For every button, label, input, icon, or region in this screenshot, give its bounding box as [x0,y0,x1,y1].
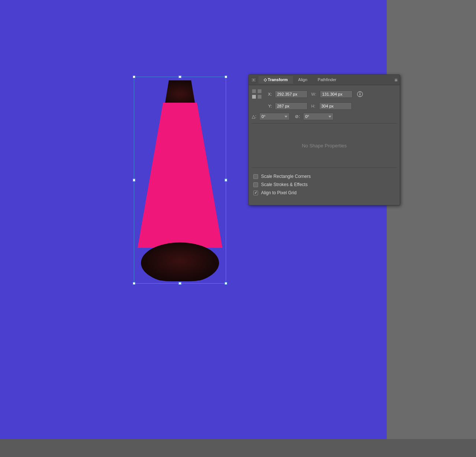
y-input[interactable] [275,102,308,110]
panel-close-button[interactable]: × [251,77,256,83]
tab-pathfinder[interactable]: Pathfinder [312,76,341,84]
checkbox-section: Scale Rectangle Corners Scale Strokes & … [252,171,397,201]
handle-bottom-center[interactable] [179,282,181,285]
svg-point-1 [359,93,361,95]
ref-cell-4 [257,95,262,99]
w-input[interactable] [320,90,353,98]
panel-body: X: W: Y: H: △: [249,85,400,205]
handle-bottom-left[interactable] [133,282,135,285]
h-label: H: [311,104,315,108]
align-pixel-grid-row: ✓ Align to Pixel Grid [253,190,395,195]
checkmark-icon: ✓ [254,191,257,195]
no-shape-text: No Shape Properties [302,143,347,148]
y-label: Y: [266,104,272,108]
shear-dropdown-arrow [328,116,331,118]
tab-align[interactable]: Align [293,76,312,84]
handle-middle-left[interactable] [133,179,135,182]
scale-rect-corners-checkbox[interactable] [253,174,258,179]
panel-titlebar: × ◇ Transform Align Pathfinder ≡ [249,75,400,85]
rotate-dropdown-arrow [284,116,287,118]
ref-cell-1 [252,89,256,93]
x-input[interactable] [275,90,308,98]
rotate-symbol: △: [252,114,256,119]
reference-point-icon[interactable] [252,89,262,99]
ref-cell-3 [252,95,256,99]
scale-strokes-effects-checkbox[interactable] [253,182,258,187]
scale-rect-corners-label: Scale Rectangle Corners [261,174,311,179]
yh-row: Y: H: [252,102,397,110]
handle-top-left[interactable] [133,76,135,78]
rotate-dropdown[interactable]: 0° [259,113,290,120]
align-pixel-grid-checkbox[interactable]: ✓ [253,191,258,195]
panel-menu-button[interactable]: ≡ [395,77,398,83]
scale-rect-corners-row: Scale Rectangle Corners [253,174,395,179]
transform-panel: × ◇ Transform Align Pathfinder ≡ [248,74,400,205]
diamond-icon: ◇ [264,77,268,82]
shear-dropdown[interactable]: 0° [303,113,334,120]
x-label: X: [266,92,272,96]
ref-cell-2 [257,89,262,93]
scale-strokes-effects-label: Scale Strokes & Effects [261,182,308,187]
handle-bottom-right[interactable] [225,282,227,285]
handle-middle-right[interactable] [225,179,227,182]
right-sidebar-bg [387,0,476,457]
scale-strokes-effects-row: Scale Strokes & Effects [253,182,395,187]
w-label: W: [311,92,316,96]
panel-tabs: ◇ Transform Align Pathfinder [258,76,395,84]
handle-top-center[interactable] [179,76,181,78]
no-shape-properties-area: No Shape Properties [252,123,397,168]
shear-symbol: ⊘: [295,114,300,119]
xw-row: X: W: [252,89,397,99]
menu-lines-icon: ≡ [395,77,398,83]
selection-bounding-box [134,77,226,284]
h-input[interactable] [319,102,352,110]
bottom-bar [0,439,476,457]
align-pixel-grid-label: Align to Pixel Grid [261,190,296,195]
link-proportions-icon[interactable] [355,89,365,99]
tab-transform[interactable]: ◇ Transform [258,76,293,84]
handle-top-right[interactable] [225,76,227,78]
angle-shear-row: △: 0° ⊘: 0° [252,113,397,120]
